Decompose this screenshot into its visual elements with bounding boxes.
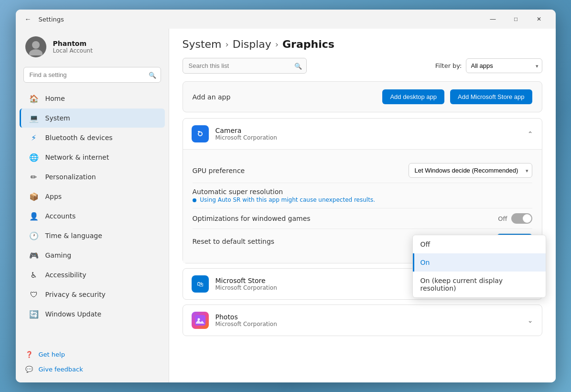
breadcrumb-graphics: Graphics xyxy=(282,38,334,50)
sidebar-item-privacy[interactable]: 🛡 Privacy & security xyxy=(20,285,165,304)
filter-select[interactable]: All apps Classic apps Microsoft Store ap… xyxy=(466,58,542,73)
auto-sr-sublabel-text: Using Auto SR with this app might cause … xyxy=(200,196,375,203)
auto-sr-row: Automatic super resolution Using Auto SR… xyxy=(193,183,532,208)
sidebar-item-accessibility[interactable]: ♿ Accessibility xyxy=(20,265,165,284)
get-help-link[interactable]: ❓ Get help xyxy=(22,347,163,362)
update-icon: 🔄 xyxy=(29,309,39,319)
sidebar-item-apps[interactable]: 📦 Apps xyxy=(20,187,165,206)
sidebar-item-bluetooth[interactable]: ⚡ Bluetooth & devices xyxy=(20,128,165,147)
window-title: Settings xyxy=(39,16,64,23)
search-list-input[interactable] xyxy=(183,58,307,74)
sidebar-label-apps: Apps xyxy=(45,193,62,200)
sidebar-item-gaming[interactable]: 🎮 Gaming xyxy=(20,246,165,265)
main-scrollable: 🔍 Filter by: All apps Classic apps Micro… xyxy=(169,58,556,382)
camera-app-info: Camera Microsoft Corporation xyxy=(215,127,521,141)
sidebar-nav: 🏠 Home 💻 System ⚡ Bluetooth & devices 🌐 … xyxy=(16,88,169,324)
breadcrumb-display[interactable]: Display xyxy=(233,38,271,50)
user-info: Phantom Local Account xyxy=(53,40,93,54)
user-name: Phantom xyxy=(53,40,93,47)
sidebar-item-time[interactable]: 🕐 Time & language xyxy=(20,226,165,245)
windowed-games-toggle[interactable] xyxy=(511,213,532,224)
accessibility-icon: ♿ xyxy=(29,270,39,280)
svg-rect-8 xyxy=(195,315,205,326)
sidebar-item-accounts[interactable]: 👤 Accounts xyxy=(20,207,165,226)
give-feedback-label: Give feedback xyxy=(39,366,83,373)
gaming-icon: 🎮 xyxy=(29,250,39,260)
app-card-photos: Photos Microsoft Corporation ⌄ xyxy=(183,305,542,336)
get-help-label: Get help xyxy=(39,351,65,358)
windowed-games-row: Optimizations for windowed games Off xyxy=(193,208,532,229)
home-icon: 🏠 xyxy=(29,94,39,103)
time-icon: 🕐 xyxy=(29,231,39,240)
gpu-preference-label-wrap: GPU preference xyxy=(193,167,245,174)
search-list-box: 🔍 xyxy=(183,58,307,74)
toolbar: 🔍 Filter by: All apps Classic apps Micro… xyxy=(183,58,542,74)
windowed-games-off-label: Off xyxy=(498,215,507,222)
maximize-button[interactable]: □ xyxy=(505,11,527,27)
auto-sr-label: Automatic super resolution xyxy=(193,188,375,196)
sidebar: Phantom Local Account 🔍 🏠 Home 💻 System xyxy=(16,29,169,382)
settings-search-icon: 🔍 xyxy=(149,71,156,78)
system-icon: 💻 xyxy=(29,113,39,123)
network-icon: 🌐 xyxy=(29,152,39,162)
add-store-app-button[interactable]: Add Microsoft Store app xyxy=(450,89,532,104)
photos-app-info: Photos Microsoft Corporation xyxy=(215,313,521,327)
user-account-type: Local Account xyxy=(53,47,93,54)
dropdown-option-off[interactable]: Off xyxy=(413,235,546,253)
camera-chevron-icon: ⌃ xyxy=(528,130,533,138)
svg-point-9 xyxy=(197,318,200,321)
filter-section: Filter by: All apps Classic apps Microso… xyxy=(435,58,542,73)
sidebar-label-system: System xyxy=(45,114,70,122)
bluetooth-icon: ⚡ xyxy=(29,133,39,142)
app-card-camera-header[interactable]: Camera Microsoft Corporation ⌃ xyxy=(183,119,542,149)
sidebar-label-gaming: Gaming xyxy=(45,251,72,259)
sidebar-item-system[interactable]: 💻 System xyxy=(20,109,165,128)
settings-search-box: 🔍 xyxy=(23,67,161,83)
photos-app-icon xyxy=(192,312,209,329)
minimize-button[interactable]: — xyxy=(482,11,504,27)
filter-select-wrap: All apps Classic apps Microsoft Store ap… xyxy=(466,58,542,73)
photos-app-name: Photos xyxy=(215,313,521,321)
svg-point-4 xyxy=(199,132,202,135)
personalization-icon: ✏️ xyxy=(29,172,39,182)
add-desktop-app-button[interactable]: Add desktop app xyxy=(382,89,444,104)
dropdown-option-on[interactable]: On xyxy=(413,253,546,272)
breadcrumb-sep-2: › xyxy=(275,39,279,49)
gpu-select-wrap: Let Windows decide (Recommended) High pe… xyxy=(409,163,532,178)
close-button[interactable]: ✕ xyxy=(528,11,550,27)
photos-app-company: Microsoft Corporation xyxy=(215,321,521,327)
breadcrumb: System › Display › Graphics xyxy=(169,29,556,58)
gpu-preference-select[interactable]: Let Windows decide (Recommended) High pe… xyxy=(409,163,532,178)
breadcrumb-sep-1: › xyxy=(226,39,229,49)
gpu-preference-row: GPU preference Let Windows decide (Recom… xyxy=(193,158,532,183)
gpu-dropdown-overlay: Off On On (keep current display resoluti… xyxy=(412,235,546,298)
photos-chevron-icon: ⌄ xyxy=(528,316,533,324)
apps-icon: 📦 xyxy=(29,192,39,201)
add-app-bar: Add an app Add desktop app Add Microsoft… xyxy=(183,81,542,112)
dropdown-option-keep-resolution[interactable]: On (keep current display resolution) xyxy=(413,272,546,297)
content-area: Phantom Local Account 🔍 🏠 Home 💻 System xyxy=(16,29,556,382)
sidebar-label-accounts: Accounts xyxy=(45,212,76,220)
settings-search-input[interactable] xyxy=(23,67,161,83)
search-list-icon: 🔍 xyxy=(294,62,302,69)
app-card-photos-header[interactable]: Photos Microsoft Corporation ⌄ xyxy=(183,305,542,336)
sidebar-item-personalization[interactable]: ✏️ Personalization xyxy=(20,167,165,186)
auto-sr-info: Automatic super resolution Using Auto SR… xyxy=(193,188,375,203)
camera-app-icon xyxy=(192,125,209,142)
accounts-icon: 👤 xyxy=(29,211,39,221)
breadcrumb-system[interactable]: System xyxy=(183,38,222,50)
sidebar-item-network[interactable]: 🌐 Network & internet xyxy=(20,148,165,167)
give-feedback-link[interactable]: 💬 Give feedback xyxy=(22,362,163,377)
add-app-label: Add an app xyxy=(193,93,377,101)
sidebar-label-home: Home xyxy=(45,95,65,102)
sidebar-item-home[interactable]: 🏠 Home xyxy=(20,89,165,108)
svg-rect-5 xyxy=(198,131,200,132)
sidebar-label-update: Windows Update xyxy=(45,310,102,318)
help-icon: ❓ xyxy=(25,351,33,358)
windowed-games-label: Optimizations for windowed games xyxy=(193,215,493,222)
camera-app-name: Camera xyxy=(215,127,521,134)
sidebar-item-update[interactable]: 🔄 Windows Update xyxy=(20,305,165,324)
back-button[interactable]: ← xyxy=(22,12,35,26)
camera-app-company: Microsoft Corporation xyxy=(215,134,521,141)
windowed-games-toggle-wrap: Off xyxy=(498,213,532,224)
